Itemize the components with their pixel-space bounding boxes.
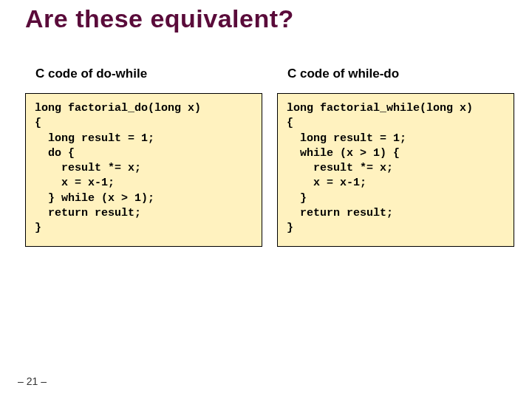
page-number: – 21 –: [18, 375, 47, 387]
right-column-label: C code of while-do: [287, 66, 514, 81]
right-column: C code of while-do long factorial_while(…: [277, 66, 514, 247]
left-column: C code of do-while long factorial_do(lon…: [25, 66, 262, 247]
left-column-label: C code of do-while: [35, 66, 262, 81]
left-code-box: long factorial_do(long x) { long result …: [25, 93, 262, 247]
columns: C code of do-while long factorial_do(lon…: [25, 66, 514, 247]
slide: Are these equivalent? C code of do-while…: [0, 0, 532, 399]
right-code: long factorial_while(long x) { long resu…: [287, 101, 505, 236]
right-code-box: long factorial_while(long x) { long resu…: [277, 93, 514, 247]
left-code: long factorial_do(long x) { long result …: [35, 101, 253, 236]
slide-title: Are these equivalent?: [25, 4, 294, 33]
